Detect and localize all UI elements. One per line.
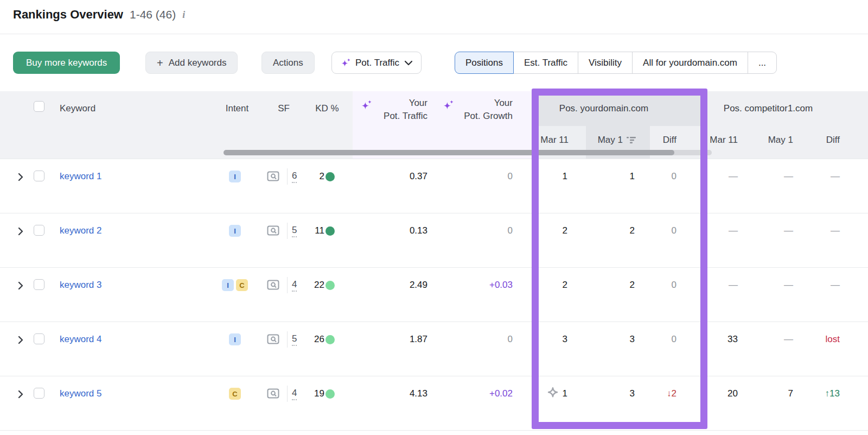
ai-sparkle-icon [442,100,454,111]
intent-badges: I [220,333,250,345]
pos-competitor-diff: — [831,223,840,238]
serp-feature-marker-icon[interactable] [547,387,559,401]
sf-count-link[interactable]: 5 [292,332,297,346]
pos-competitor-mar11: 20 [727,386,738,401]
pos-yourdomain-diff: ↓2 [667,386,676,401]
horizontal-scrollbar-thumb[interactable] [224,150,674,155]
subheader-yourdomain-mar11[interactable]: Mar 11 [540,133,569,148]
pos-yourdomain-diff: 0 [672,278,676,293]
table-body: keyword 1 I 6 2 0.37 0 1 1 0 — — — k [0,159,868,431]
pos-yourdomain-mar11: 1 [563,169,567,184]
column-header-intent[interactable]: Intent [220,101,254,116]
intent-badge[interactable]: C [236,279,248,291]
select-all-checkbox[interactable] [34,101,44,112]
row-checkbox[interactable] [34,279,44,290]
divider [287,168,288,185]
serp-features-preview-icon[interactable] [267,388,279,399]
intent-badge[interactable]: C [229,388,241,400]
keyword-link[interactable]: keyword 4 [60,332,101,347]
kd-difficulty-dot [326,281,335,290]
pot-traffic-value: 2.49 [410,278,427,293]
info-icon[interactable] [182,9,185,21]
subheader-yourdomain-diff[interactable]: Diff [663,133,676,148]
expand-row-chevron-icon[interactable] [16,389,25,399]
pos-yourdomain-mar11: 2 [563,278,567,293]
subheader-competitor-may1[interactable]: May 1 [768,133,793,148]
divider [287,331,288,348]
column-header-pot-traffic[interactable]: Your Pot. Traffic [384,97,427,123]
horizontal-scrollbar-track [224,150,712,155]
kd-value: 26 [314,332,324,347]
table-row: keyword 1 I 6 2 0.37 0 1 1 0 — — — [0,159,868,213]
tab-all-for-yourdomain[interactable]: All for yourdomain.com [632,52,748,74]
row-checkbox[interactable] [34,333,44,344]
subheader-yourdomain-may1[interactable]: May 1 [598,133,636,148]
sf-count-link[interactable]: 5 [292,223,297,237]
divider [287,223,288,239]
add-keywords-button[interactable]: + Add keywords [145,52,238,74]
pos-yourdomain-mar11: 3 [563,332,567,347]
intent-badges: I [220,171,250,182]
intent-badge[interactable]: I [229,171,241,182]
serp-features-preview-icon[interactable] [267,225,279,236]
keyword-link[interactable]: keyword 3 [60,278,101,293]
sf-count-link[interactable]: 6 [292,169,297,183]
table-row: keyword 3 I C 4 22 2.49 +0.03 2 2 0 — — … [0,268,868,322]
results-count: 1-46 (46) [130,8,176,21]
column-header-pot-growth[interactable]: Your Pot. Growth [464,97,513,123]
buy-more-keywords-label: Buy more keywords [26,58,107,68]
pos-competitor-may1: — [784,278,793,293]
rankings-overview-screen: Rankings Overview 1-46 (46) Buy more key… [0,0,868,435]
pos-competitor-diff: ↑13 [825,386,840,401]
pos-competitor-mar11: 33 [727,332,738,347]
add-keywords-label: Add keywords [169,58,227,68]
expand-row-chevron-icon[interactable] [16,281,25,291]
pot-traffic-value: 4.13 [410,386,427,401]
serp-features-preview-icon[interactable] [267,171,279,182]
divider [287,277,288,293]
subheader-competitor-mar11[interactable]: Mar 11 [710,133,738,148]
report-tabs: Positions Est. Traffic Visibility All fo… [455,52,777,74]
kd-value: 19 [314,386,324,401]
expand-row-chevron-icon[interactable] [16,226,25,236]
intent-badge[interactable]: I [229,225,241,237]
intent-badge[interactable]: I [229,333,241,345]
metric-selector-dropdown[interactable]: Pot. Traffic [331,52,422,74]
tab-visibility[interactable]: Visibility [578,52,633,74]
column-header-sf[interactable]: SF [273,101,295,116]
buy-more-keywords-button[interactable]: Buy more keywords [13,52,120,74]
table-header: Keyword Intent SF KD % Your Pot. Traffic… [0,91,868,159]
sf-count-link[interactable]: 4 [292,278,297,292]
serp-features-preview-icon[interactable] [267,280,279,291]
row-checkbox[interactable] [34,388,44,399]
pos-competitor-diff: — [831,278,840,293]
expand-row-chevron-icon[interactable] [16,335,25,345]
tab-est-traffic[interactable]: Est. Traffic [513,52,578,74]
intent-badge[interactable]: I [222,279,234,291]
titlebar: Rankings Overview 1-46 (46) [13,8,185,22]
keyword-link[interactable]: keyword 2 [60,223,101,238]
divider [0,34,868,34]
group-header-yourdomain: Pos. yourdomain.com [539,101,669,116]
expand-row-chevron-icon[interactable] [16,172,25,182]
pos-yourdomain-may1: 2 [630,223,635,238]
row-checkbox[interactable] [34,171,44,181]
intent-badges: I C [220,279,250,291]
kd-difficulty-dot [326,389,335,399]
subheader-competitor-diff[interactable]: Diff [826,133,840,148]
keyword-link[interactable]: keyword 5 [60,386,101,401]
table-row: keyword 2 I 5 11 0.13 0 2 2 0 — — — [0,213,868,268]
divider [287,386,288,402]
pos-competitor-may1: — [784,169,793,184]
pos-yourdomain-may1: 2 [630,278,635,293]
tab-positions[interactable]: Positions [455,52,514,74]
tab-more[interactable]: ... [748,52,777,74]
row-checkbox[interactable] [34,225,44,236]
serp-features-preview-icon[interactable] [267,334,279,345]
column-header-kd[interactable]: KD % [312,101,342,116]
column-header-keyword[interactable]: Keyword [60,101,95,116]
group-header-competitor1: Pos. competitor1.com [709,101,828,116]
keyword-link[interactable]: keyword 1 [60,169,101,184]
actions-button[interactable]: Actions [261,52,315,74]
sf-count-link[interactable]: 4 [292,386,297,400]
